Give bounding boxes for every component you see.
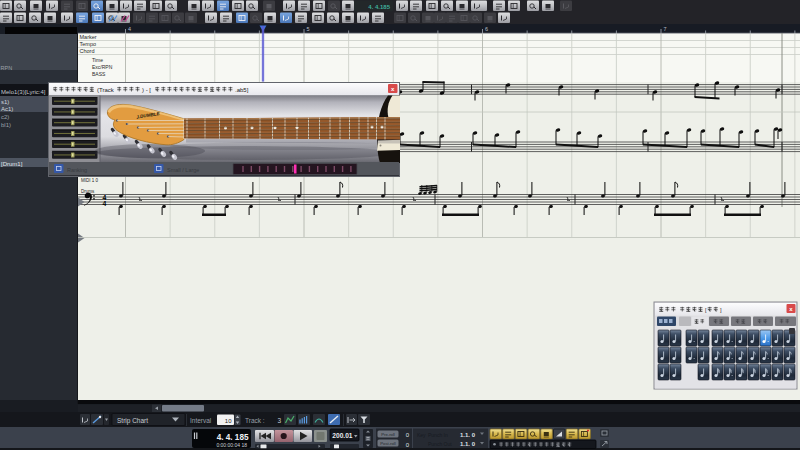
- svg-text:6: 6: [485, 26, 488, 32]
- svg-text:BASS: BASS: [92, 71, 106, 77]
- svg-text:1.1. 0: 1.1. 0: [460, 441, 476, 447]
- svg-text:bl1): bl1): [1, 122, 11, 128]
- svg-text:Key: Key: [417, 432, 426, 438]
- svg-text:Marker: Marker: [80, 34, 97, 40]
- svg-text:s1): s1): [1, 99, 9, 105]
- svg-text:Track :: Track :: [245, 417, 265, 424]
- svg-text:1.1. 0: 1.1. 0: [460, 432, 476, 438]
- svg-text:0:00:00:04 18: 0:00:00:04 18: [216, 442, 247, 448]
- svg-text:10: 10: [225, 418, 232, 424]
- svg-text:Punch In: Punch In: [428, 432, 448, 438]
- svg-text:Interval: Interval: [190, 417, 212, 424]
- svg-text:c2): c2): [1, 114, 9, 120]
- svg-text:Pre-roll: Pre-roll: [381, 432, 395, 437]
- svg-text:4. 4. 185: 4. 4. 185: [217, 433, 249, 442]
- svg-text:Melo1(3)[Lyric:4]: Melo1(3)[Lyric:4]: [1, 89, 46, 95]
- svg-text:4: 4: [103, 200, 107, 207]
- svg-text:Ac1): Ac1): [1, 106, 13, 112]
- svg-text:(Track: (Track: [97, 87, 115, 93]
- svg-text:Punch Out: Punch Out: [428, 441, 452, 447]
- svg-text:MIDI 1 0: MIDI 1 0: [81, 178, 99, 183]
- svg-text:.ab5]: .ab5]: [235, 87, 249, 93]
- svg-text:) - [: ) - [: [142, 87, 151, 93]
- svg-text:3: 3: [277, 417, 281, 424]
- svg-text:Ranking: Ranking: [67, 167, 87, 173]
- svg-text:Chord: Chord: [80, 48, 95, 54]
- svg-text:7: 7: [664, 26, 667, 32]
- svg-text:Time: Time: [92, 57, 103, 63]
- svg-text:RPN: RPN: [1, 65, 13, 71]
- svg-text:Small / Large: Small / Large: [167, 167, 199, 173]
- svg-text:4. 4.185: 4. 4.185: [368, 4, 390, 10]
- svg-text:Strip Chart: Strip Chart: [117, 417, 148, 425]
- svg-text:5: 5: [307, 26, 310, 32]
- svg-text:Tempo: Tempo: [80, 41, 97, 47]
- svg-text:200.01: 200.01: [332, 432, 353, 439]
- svg-text:4: 4: [128, 26, 131, 32]
- svg-text:Exc/RPN: Exc/RPN: [92, 64, 113, 70]
- svg-text:[Drum1]: [Drum1]: [1, 161, 23, 167]
- svg-text:Post-roll: Post-roll: [380, 441, 395, 446]
